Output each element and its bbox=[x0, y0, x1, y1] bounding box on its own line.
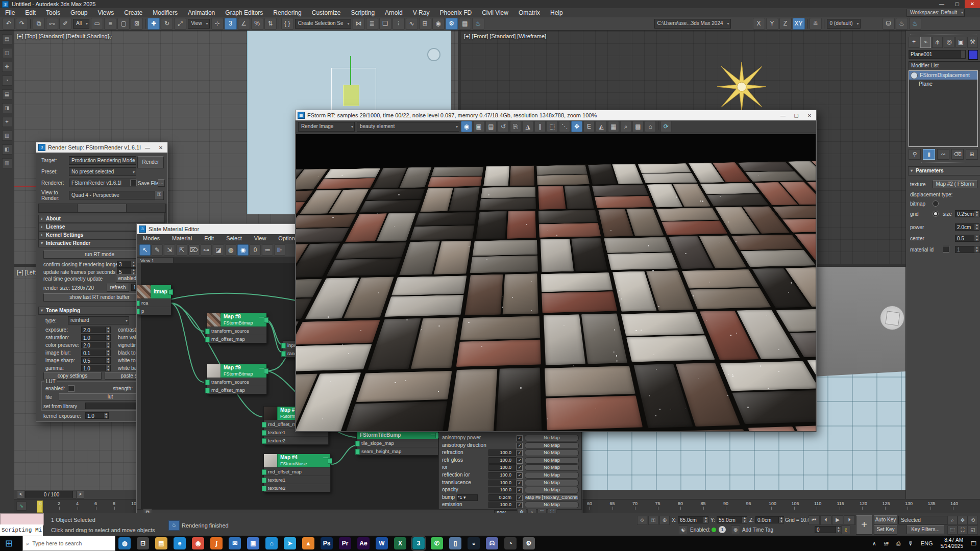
minimize-icon[interactable]: — bbox=[776, 113, 790, 118]
menu-edit[interactable]: Edit bbox=[20, 8, 41, 17]
taskbar-settings-icon[interactable]: ⚙ bbox=[523, 537, 535, 549]
lut-enabled-checkbox[interactable] bbox=[68, 385, 75, 392]
make-unique-icon[interactable]: ∾ bbox=[937, 149, 949, 160]
auto-key-button[interactable]: Auto Key bbox=[874, 515, 897, 525]
input-connector[interactable] bbox=[205, 337, 210, 342]
node-input-slot[interactable]: texture2 bbox=[264, 484, 330, 492]
hide-unused-slots-icon[interactable]: ◪ bbox=[213, 244, 224, 256]
remove-modifier-icon[interactable]: ⌫ bbox=[951, 149, 964, 160]
delete-selected-icon[interactable]: ⌦ bbox=[188, 244, 200, 256]
weight-icon[interactable]: ⊹ bbox=[211, 18, 224, 30]
filter-funnel-icon[interactable]: ▽ bbox=[108, 33, 112, 40]
param-map-button[interactable]: No Map bbox=[525, 435, 579, 441]
render-iterative-icon[interactable]: ♨ bbox=[909, 18, 921, 30]
maximize-icon[interactable]: ▢ bbox=[790, 113, 803, 118]
node-header[interactable]: itmap— bbox=[137, 285, 171, 298]
undo-icon[interactable]: ↶ bbox=[3, 18, 15, 30]
crossing-icon[interactable]: ⊠ bbox=[131, 18, 143, 30]
redo-icon[interactable]: ↷ bbox=[16, 18, 28, 30]
mini-listener[interactable]: Scripting Mi bbox=[0, 524, 43, 536]
param-checkbox[interactable]: ✓ bbox=[517, 480, 523, 486]
slate-menu-select[interactable]: Select bbox=[220, 234, 248, 243]
param-value-field[interactable]: 100.0 bbox=[488, 449, 516, 456]
slate-menu-material[interactable]: Material bbox=[166, 234, 198, 243]
modify-tab-icon[interactable]: ⌁ bbox=[920, 37, 931, 48]
rt-titlebar[interactable]: ▦ FStorm RT: samples 29/1000, time 00/22… bbox=[296, 110, 816, 120]
fstorm-sun-object[interactable] bbox=[716, 61, 767, 112]
select-icon[interactable]: ⬓ bbox=[2, 89, 12, 99]
orbit-icon[interactable]: ⟲ bbox=[968, 516, 978, 525]
move-icon[interactable]: ✚ bbox=[148, 18, 160, 30]
bind-spacewarp-icon[interactable]: ✐ bbox=[59, 18, 71, 30]
prev-key-icon[interactable]: ⏴ bbox=[820, 515, 831, 525]
tab-fstorm-settings[interactable] bbox=[77, 204, 127, 213]
menu-create[interactable]: Create bbox=[119, 8, 148, 17]
node-input-slot[interactable]: seam_height_map bbox=[357, 447, 438, 455]
selection-set-combo[interactable]: Selected bbox=[898, 516, 953, 524]
taskbar-steam-icon[interactable]: ◒ bbox=[468, 537, 480, 549]
refresh-icon[interactable]: ⟳ bbox=[660, 121, 672, 132]
node-header[interactable]: Map #8FStormBitmap— bbox=[207, 313, 266, 327]
node-output-connector[interactable] bbox=[264, 368, 268, 374]
layer-manager-icon[interactable]: ❏ bbox=[379, 18, 391, 30]
selection-region-icon[interactable]: ⟐ bbox=[637, 516, 647, 525]
assign-material-icon[interactable]: ⇲ bbox=[164, 244, 175, 256]
tab-render-elements[interactable] bbox=[126, 204, 166, 213]
node-input-slot[interactable]: rnd_offset_map bbox=[264, 467, 330, 475]
menu-civil-view[interactable]: Civil View bbox=[477, 8, 513, 17]
input-connector[interactable] bbox=[262, 422, 266, 428]
param-checkbox[interactable]: ✓ bbox=[517, 465, 523, 471]
kernel-exposure-field[interactable]: 1.0▲▼ bbox=[85, 412, 109, 419]
reload-icon[interactable]: ↺ bbox=[498, 121, 509, 132]
time-slider-field[interactable]: 0 / 100 bbox=[25, 491, 78, 498]
exposure-icon[interactable]: E bbox=[583, 121, 595, 132]
curve-editor-icon[interactable]: ∿ bbox=[406, 18, 418, 30]
param-pre-combo[interactable]: *1 ▾ bbox=[457, 494, 478, 501]
visibility-eye-icon[interactable] bbox=[911, 72, 918, 79]
show-end-result-icon[interactable]: ▮ bbox=[923, 149, 935, 160]
taskbar-vlc-icon[interactable]: ▲ bbox=[302, 537, 314, 549]
maximize-icon[interactable]: ▢ bbox=[949, 0, 965, 8]
material-node[interactable]: Map #9FStormBitmap—transform_sourcernd_o… bbox=[207, 364, 267, 394]
display-tab-icon[interactable]: ▣ bbox=[955, 37, 966, 48]
select-link-icon[interactable]: ⧉ bbox=[33, 18, 45, 30]
slate-menu-view[interactable]: View bbox=[248, 234, 273, 243]
node-header[interactable]: FStormTileBump— bbox=[357, 431, 438, 439]
taskbar-mail-icon[interactable]: ✉ bbox=[229, 537, 241, 549]
render-setup-titlebar[interactable]: 3 Render Setup: FStormRender v1.6.1l —✕ bbox=[36, 142, 167, 153]
center-field[interactable]: 0.5▲▼ bbox=[955, 235, 979, 242]
toolbar-combo-layer_value[interactable]: 0 (default) bbox=[827, 19, 861, 29]
param-checkbox[interactable]: ✓ bbox=[517, 435, 523, 441]
material-node[interactable]: Map #8FStormBitmap—transform_sourcernd_o… bbox=[207, 313, 267, 343]
mic-icon[interactable]: 🎙 bbox=[908, 540, 914, 546]
panel-splitter[interactable] bbox=[921, 162, 965, 163]
taskbar-excel-icon[interactable]: X bbox=[394, 537, 406, 549]
x-coord-field[interactable]: 65.0cm▲▼ bbox=[678, 516, 708, 523]
material-id-checkbox[interactable] bbox=[943, 246, 949, 253]
schematic-view-icon[interactable]: ⊞ bbox=[419, 18, 431, 30]
put-to-library-icon[interactable]: ⇱ bbox=[176, 244, 187, 256]
material-node[interactable]: FStormTileBump—tile_slope_mapseam_height… bbox=[357, 431, 438, 456]
close-icon[interactable]: ✕ bbox=[965, 0, 980, 8]
render-element-combo[interactable]: beauty element bbox=[357, 122, 459, 132]
input-connector[interactable] bbox=[262, 438, 266, 444]
new-key-button[interactable]: + bbox=[856, 515, 872, 535]
viewport-left-label[interactable]: [+] [Left bbox=[17, 269, 36, 276]
pen-icon[interactable]: ⎙ bbox=[896, 540, 901, 547]
close-icon[interactable]: ✕ bbox=[154, 145, 167, 151]
renderer-combo[interactable]: FStormRender v1.6.1l bbox=[69, 179, 136, 187]
app-titlebar[interactable]: 3 Untitled - Autodesk 3ds Max 2025 — ▢ ✕ bbox=[0, 0, 980, 8]
pause-icon[interactable]: ∥ bbox=[534, 121, 546, 132]
spinner-snap-icon[interactable]: ⇅ bbox=[264, 18, 277, 30]
lock-view-icon[interactable]: ⚿ bbox=[155, 191, 164, 200]
node-input-slot[interactable]: transform_source bbox=[207, 327, 266, 335]
next-frame-button[interactable]: > bbox=[76, 491, 84, 498]
taskbar-taskview-icon[interactable]: ⊡ bbox=[137, 537, 149, 549]
dotted-region-icon[interactable]: ⋱ bbox=[559, 121, 570, 132]
param-checkbox[interactable]: ✓ bbox=[517, 450, 523, 456]
taskbar-afterfx-icon[interactable]: Ae bbox=[357, 537, 370, 549]
select-by-name-icon[interactable]: ≡ bbox=[104, 18, 116, 30]
select-tool-icon[interactable]: ↖ bbox=[139, 244, 151, 256]
menu-group[interactable]: Group bbox=[65, 8, 92, 17]
save-image-icon[interactable]: ▣ bbox=[473, 121, 484, 132]
